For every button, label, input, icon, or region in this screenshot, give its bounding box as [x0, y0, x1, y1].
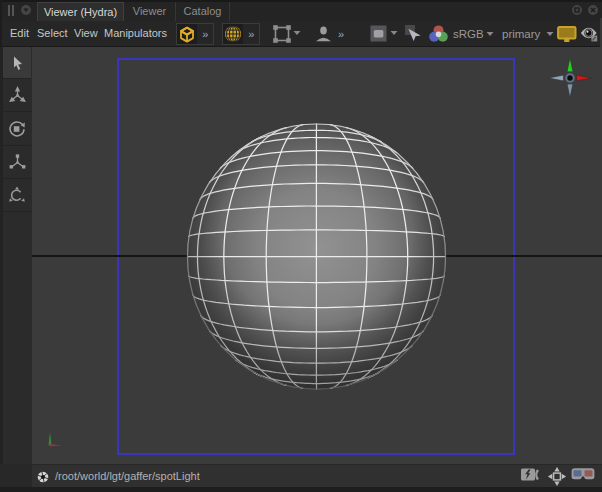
aperture-icon	[37, 471, 49, 483]
viewport-canvas	[32, 47, 602, 464]
scale-icon	[8, 153, 27, 172]
select-arrow-icon	[8, 54, 26, 72]
rgb-channels-icon[interactable]	[429, 24, 448, 43]
tool-select[interactable]	[3, 47, 31, 79]
tab-label: Viewer	[133, 5, 166, 17]
viewer-toolbar: Edit Select View Manipulators »	[0, 21, 602, 47]
world-globe-button[interactable]	[223, 24, 243, 44]
pane-menu-button[interactable]	[21, 5, 31, 15]
view-dropdown[interactable]: primary	[502, 21, 540, 47]
menu-view[interactable]: View	[74, 21, 98, 46]
view-caret[interactable]	[545, 31, 555, 37]
tab-viewer[interactable]: Viewer	[124, 2, 176, 21]
pan-mode-icon[interactable]	[546, 465, 568, 488]
tool-scale[interactable]	[3, 146, 31, 179]
scenegraph-location-path[interactable]: /root/world/lgt/gaffer/spotLight	[55, 465, 200, 488]
monitor-icon[interactable]	[557, 26, 577, 43]
scene-object-button[interactable]	[177, 24, 197, 44]
pane-maximize-button[interactable]	[572, 5, 582, 15]
pane-close-button[interactable]	[588, 5, 598, 15]
center-of-interest-icon	[7, 185, 27, 205]
shading-dropdown-caret[interactable]	[389, 30, 399, 36]
katana-viewer-pane: Viewer (Hydra) Viewer Catalog Edit Selec…	[0, 0, 602, 492]
manipulator-sidebar	[0, 47, 32, 492]
tool-center-of-interest[interactable]	[3, 179, 31, 212]
translate-icon	[8, 86, 27, 105]
cube-icon	[178, 25, 196, 44]
tab-label: Viewer (Hydra)	[44, 6, 117, 18]
menu-manipulators[interactable]: Manipulators	[104, 21, 167, 46]
expander-chevron[interactable]: »	[243, 24, 259, 44]
tab-viewer-hydra[interactable]: Viewer (Hydra)	[37, 2, 124, 21]
pane-drag-handle[interactable]	[8, 5, 14, 16]
close-icon	[588, 5, 598, 15]
colorspace-caret[interactable]	[485, 31, 495, 37]
lighting-tools-group: »	[176, 23, 214, 45]
status-bar: /root/world/lgt/gaffer/spotLight	[32, 464, 602, 487]
statusbar-left-corner	[0, 464, 32, 487]
tool-rotate[interactable]	[3, 113, 31, 146]
viewport-3d[interactable]	[32, 47, 602, 464]
menu-select[interactable]: Select	[37, 21, 68, 46]
tab-catalog[interactable]: Catalog	[176, 2, 230, 21]
menu-edit[interactable]: Edit	[10, 21, 29, 46]
chevron-down-icon	[21, 5, 31, 15]
person-icon[interactable]	[314, 24, 334, 43]
eye-icon[interactable]	[580, 26, 598, 43]
marquee-dropdown-caret[interactable]	[292, 30, 302, 36]
expander-chevron[interactable]: »	[338, 23, 344, 45]
pane-bottom-edge	[0, 487, 602, 492]
snapshot-camera-icon[interactable]	[520, 466, 544, 483]
pick-cursor-icon[interactable]	[404, 24, 424, 43]
shading-mode-icon[interactable]	[370, 25, 388, 42]
tab-label: Catalog	[184, 5, 222, 17]
globe-tools-group: »	[222, 23, 260, 45]
stereo-glasses-icon[interactable]	[570, 466, 596, 483]
pane-left-edge	[0, 0, 2, 47]
globe-icon	[224, 25, 242, 43]
maximize-icon	[572, 5, 582, 15]
rotate-icon	[7, 119, 27, 139]
colorspace-dropdown[interactable]: sRGB	[453, 21, 484, 47]
expander-chevron[interactable]: »	[197, 24, 213, 44]
tool-translate[interactable]	[3, 80, 31, 112]
tab-bar: Viewer (Hydra) Viewer Catalog	[0, 0, 602, 21]
